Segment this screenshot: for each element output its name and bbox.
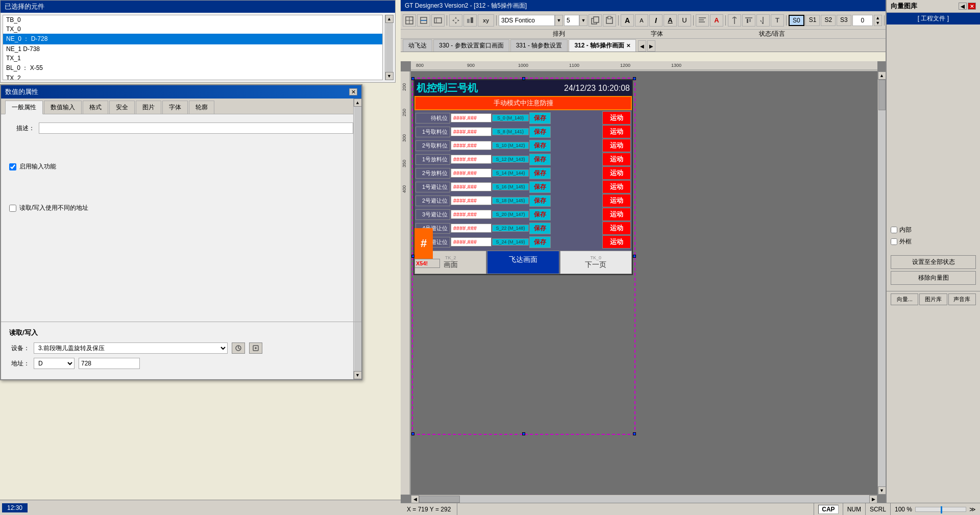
props-close-button[interactable]: ✕: [349, 88, 357, 95]
taskbar-start[interactable]: 12:30: [2, 503, 28, 512]
hscroll-left-arrow[interactable]: ◀: [411, 495, 419, 503]
hscroll-track[interactable]: [419, 496, 869, 503]
hmi-row-4-save[interactable]: 保存: [529, 167, 551, 179]
tb-copy-btn[interactable]: [589, 14, 602, 27]
set-all-states-button[interactable]: 设置至全部状态: [891, 255, 976, 269]
hmi-row-7-run[interactable]: 运动: [602, 208, 631, 221]
handle-bl[interactable]: [411, 432, 414, 435]
tab-numeric-input[interactable]: 数值输入: [44, 101, 82, 114]
checkbox-outer-input[interactable]: [891, 238, 897, 245]
vscroll-down-arrow[interactable]: ▼: [878, 486, 886, 495]
handle-mr[interactable]: [633, 255, 636, 258]
hmi-row-3-run[interactable]: 运动: [602, 153, 631, 166]
tb-btn-xy[interactable]: xy: [478, 14, 494, 27]
scroll-up-arrow[interactable]: ▲: [385, 15, 394, 23]
state-btn-S2[interactable]: S2: [821, 15, 836, 26]
tab-312-close[interactable]: ✕: [626, 43, 630, 48]
address-prefix-select[interactable]: D: [34, 358, 75, 369]
hmi-row-9-save[interactable]: 保存: [529, 236, 551, 248]
tb-font-grow[interactable]: A: [621, 14, 634, 27]
tb-text-style[interactable]: T: [771, 14, 784, 27]
zoom-slider-thumb[interactable]: [941, 506, 942, 513]
handle-tr[interactable]: [633, 77, 636, 80]
hmi-row-8-save[interactable]: 保存: [529, 223, 551, 234]
sound-lib-btn[interactable]: 声音库: [948, 293, 976, 305]
vscroll-up-arrow[interactable]: ▲: [878, 71, 886, 80]
tab-scroll-left[interactable]: ◀: [638, 40, 646, 52]
tb-text-color[interactable]: A: [710, 14, 723, 27]
remove-vector-button[interactable]: 移除向量图: [891, 271, 976, 285]
tab-scroll-right[interactable]: ▶: [647, 40, 655, 52]
hmi-row-5-save[interactable]: 保存: [529, 181, 551, 193]
tb-btn-move[interactable]: [449, 14, 462, 27]
scroll-track[interactable]: [386, 23, 393, 72]
diff-addr-checkbox[interactable]: [9, 205, 16, 212]
handle-br[interactable]: [633, 432, 636, 435]
tab-330[interactable]: 330 - 参数设置窗口画面: [433, 39, 509, 52]
hmi-footer-btn-1[interactable]: 飞达画面: [487, 251, 559, 274]
hmi-row-1-run[interactable]: 运动: [602, 125, 631, 138]
right-panel-toggle-btn[interactable]: ◀: [959, 3, 967, 10]
tb-btn-2[interactable]: [417, 14, 430, 27]
hmi-row-3-save[interactable]: 保存: [529, 154, 551, 165]
address-value-input[interactable]: [79, 358, 140, 369]
tb-strikethrough[interactable]: U: [678, 14, 691, 27]
tab-outline[interactable]: 轮廓: [189, 101, 214, 114]
device-select[interactable]: 3.前段嗍儿盖旋转及保压: [34, 342, 228, 354]
list-item-TB0[interactable]: TB_0: [3, 15, 382, 24]
hmi-row-1-save[interactable]: 保存: [529, 126, 551, 138]
vscrollbar[interactable]: ▲ ▼: [877, 71, 886, 495]
tab-format[interactable]: 格式: [83, 101, 108, 114]
list-item-TX2[interactable]: TX_2: [3, 73, 382, 80]
hmi-footer-btn-2[interactable]: TK_0 下一页: [560, 251, 632, 274]
props-scroll-up[interactable]: ▲: [354, 99, 362, 107]
tab-font[interactable]: 字体: [162, 101, 188, 114]
tb-btn-3[interactable]: [431, 14, 445, 27]
list-item-NE1[interactable]: NE_1 D-738: [3, 44, 382, 54]
hmi-row-0-save[interactable]: 保存: [529, 112, 551, 124]
list-item-TX0[interactable]: TX_0: [3, 24, 382, 34]
tb-btn-4[interactable]: [463, 14, 477, 27]
hmi-row-7-save[interactable]: 保存: [529, 209, 551, 220]
state-btn-S3[interactable]: S3: [837, 15, 851, 26]
tab-general[interactable]: 一般属性: [5, 101, 43, 114]
tb-align-h[interactable]: [728, 14, 741, 27]
enable-input-checkbox[interactable]: [9, 163, 16, 170]
list-item-BL0[interactable]: BL_0 ： X-55: [3, 63, 382, 73]
hmi-row-9-run[interactable]: 运动: [602, 235, 631, 249]
device-icon-btn1[interactable]: [232, 342, 245, 354]
hmi-row-6-run[interactable]: 运动: [602, 194, 631, 207]
tb-top-align[interactable]: [742, 14, 755, 27]
tb-bottom-align[interactable]: [756, 14, 770, 27]
tab-image[interactable]: 图片: [136, 101, 161, 114]
state-btn-S0[interactable]: S0: [789, 15, 804, 26]
selected-elements-list[interactable]: TB_0 TX_0 NE_0 ： D-728 NE_1 D-738 TX_1 B…: [3, 15, 383, 80]
tb-italic[interactable]: I: [649, 14, 663, 27]
scroll-down-arrow[interactable]: ▼: [385, 72, 394, 80]
hscrollbar[interactable]: ◀ ▶: [411, 495, 877, 503]
vscroll-track[interactable]: [878, 80, 886, 486]
state-value-arrow[interactable]: ▲▼: [874, 15, 882, 26]
hmi-row-2-run[interactable]: 运动: [602, 139, 631, 152]
hmi-row-4-run[interactable]: 运动: [602, 166, 631, 180]
tab-security[interactable]: 安全: [109, 101, 135, 114]
font-size-arrow[interactable]: ▼: [579, 15, 587, 26]
hscroll-thumb[interactable]: [419, 496, 460, 503]
hmi-row-8-run[interactable]: 运动: [602, 222, 631, 235]
tb-btn-1[interactable]: [403, 14, 416, 27]
vscroll-thumb[interactable]: [878, 80, 886, 110]
tb-font-shrink[interactable]: A: [635, 14, 648, 27]
image-lib-btn[interactable]: 图片库: [919, 293, 947, 305]
hmi-row-0-run[interactable]: 运动: [602, 111, 631, 125]
hmi-row-2-save[interactable]: 保存: [529, 140, 551, 152]
vector-btn[interactable]: 向量...: [891, 293, 918, 305]
zoom-slider-track[interactable]: [915, 507, 966, 512]
checkbox-inner-input[interactable]: [891, 227, 897, 233]
state-value-input[interactable]: [852, 15, 873, 26]
hmi-row-6-save[interactable]: 保存: [529, 195, 551, 207]
description-input[interactable]: [39, 122, 353, 134]
hscroll-right-arrow[interactable]: ▶: [869, 495, 877, 503]
tab-dongfeida[interactable]: 动飞达: [403, 39, 432, 52]
list-item-NE0[interactable]: NE_0 ： D-728: [3, 34, 382, 44]
list-item-TX1[interactable]: TX_1: [3, 54, 382, 63]
